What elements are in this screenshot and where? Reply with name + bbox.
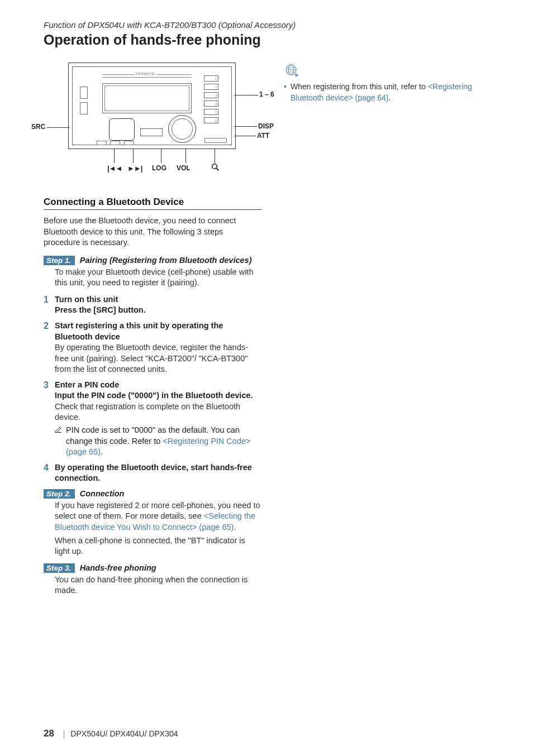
step2-after: When a cell-phone is connected, the "BT"… bbox=[55, 535, 261, 557]
callout-line bbox=[114, 149, 115, 163]
mini-button bbox=[110, 141, 120, 145]
callout-disp: DISP bbox=[258, 122, 274, 130]
preset-button: 1 bbox=[204, 75, 218, 82]
tiny-button bbox=[80, 102, 88, 114]
middle-button bbox=[140, 128, 163, 136]
supertitle: Function of DPX504U with KCA-BT200/BT300… bbox=[44, 20, 489, 30]
list-item-1: 1 Turn on this unit Press the [SRC] butt… bbox=[44, 294, 261, 316]
device-illustration: KENWOOD 1 2 3 4 5 6 bbox=[47, 63, 265, 180]
list-number: 2 bbox=[44, 320, 55, 375]
list-number: 4 bbox=[44, 462, 55, 484]
page-number: 28 bbox=[44, 728, 54, 739]
preset-buttons-column: 1 2 3 4 5 6 bbox=[204, 75, 221, 126]
mini-button bbox=[97, 141, 107, 145]
bullet-dot: • bbox=[284, 82, 291, 103]
preset-button: 2 bbox=[204, 84, 218, 90]
bottom-button-row bbox=[97, 137, 141, 143]
step2-post: . bbox=[234, 523, 236, 532]
callout-search-icon bbox=[211, 163, 220, 173]
callout-one-six: 1 – 6 bbox=[259, 90, 274, 98]
note: PIN code is set to "0000" as the default… bbox=[55, 425, 261, 458]
item-heading: Start registering a this unit by operati… bbox=[55, 320, 261, 342]
bullet-post: . bbox=[389, 93, 391, 102]
item-sub: Check that registration is complete on t… bbox=[55, 401, 261, 423]
callout-src: SRC bbox=[31, 123, 45, 131]
preset-button: 4 bbox=[204, 101, 218, 107]
list-item-2: 2 Start registering a this unit by opera… bbox=[44, 320, 261, 375]
page-footer: 28 | DPX504U/ DPX404U/ DPX304 bbox=[44, 728, 178, 739]
item-heading-b: Input the PIN code ("0000") in the Bluet… bbox=[55, 390, 261, 401]
callout-line bbox=[235, 126, 257, 127]
step-title: Connection bbox=[80, 489, 125, 498]
item-heading: Enter a PIN code bbox=[55, 380, 261, 391]
brand-text: KENWOOD bbox=[135, 72, 156, 75]
footer-divider: | bbox=[63, 729, 65, 738]
callout-next-icon: ►►| bbox=[127, 164, 142, 173]
footer-models: DPX504U/ DPX404U/ DPX304 bbox=[70, 729, 178, 738]
callout-line bbox=[133, 149, 134, 163]
svg-point-0 bbox=[212, 164, 217, 169]
item-heading: Turn on this unit bbox=[55, 294, 261, 305]
step-label: Step 1. bbox=[44, 256, 75, 265]
item-sub: By operating the Bluetooth device, regis… bbox=[55, 342, 261, 375]
page-title: Operation of hands-free phoning bbox=[44, 32, 489, 48]
callout-vol: VOL bbox=[177, 164, 191, 172]
list-number: 3 bbox=[44, 380, 55, 458]
preset-button: 5 bbox=[204, 109, 218, 115]
info-bullet: • When registering from this unit, refer… bbox=[284, 82, 485, 103]
callout-line bbox=[185, 149, 186, 163]
step3-desc: You can do hand-free phoning when the co… bbox=[55, 575, 261, 596]
step-1-header: Step 1. Pairing (Registering from Blueto… bbox=[44, 255, 261, 265]
left-side-buttons bbox=[80, 87, 88, 118]
callout-line bbox=[235, 95, 258, 95]
bullet-pre: When registering from this unit, refer t… bbox=[291, 82, 428, 91]
step-3-header: Step 3. Hands-free phoning bbox=[44, 563, 261, 573]
callout-log: LOG bbox=[152, 164, 166, 172]
preset-button: 6 bbox=[204, 117, 218, 123]
step1-desc: To make your Bluetooth device (cell-phon… bbox=[55, 267, 261, 289]
list-item-3: 3 Enter a PIN code Input the PIN code ("… bbox=[44, 380, 261, 458]
list-item-4: 4 By operating the Bluetooth device, sta… bbox=[44, 462, 261, 484]
device-screen bbox=[102, 83, 192, 113]
magnifier-icon bbox=[211, 163, 220, 171]
callout-prev-icon: |◄◄ bbox=[107, 164, 122, 173]
note-text-post: . bbox=[101, 447, 103, 456]
callout-att: ATT bbox=[257, 132, 269, 140]
pencil-icon bbox=[55, 425, 64, 458]
list-number: 1 bbox=[44, 294, 55, 316]
section-heading: Connecting a Bluetooth Device bbox=[44, 197, 261, 210]
callout-line bbox=[47, 127, 69, 128]
step-title: Pairing (Registering from Bluetooth devi… bbox=[80, 256, 252, 265]
info-globe-icon bbox=[284, 63, 301, 80]
step-2-header: Step 2. Connection bbox=[44, 489, 261, 499]
step-title: Hands-free phoning bbox=[80, 563, 156, 572]
device-body: KENWOOD 1 2 3 4 5 6 bbox=[68, 63, 236, 149]
callout-line bbox=[161, 149, 161, 163]
callout-line bbox=[235, 136, 256, 136]
callout-line bbox=[215, 149, 215, 163]
tiny-button bbox=[80, 87, 88, 99]
volume-knob bbox=[168, 115, 196, 143]
mini-button bbox=[124, 141, 134, 145]
svg-line-1 bbox=[216, 168, 218, 170]
preset-button: 3 bbox=[204, 92, 218, 98]
intro-paragraph: Before use the Bluetooth device, you nee… bbox=[44, 216, 261, 248]
item-heading-b: Press the [SRC] button. bbox=[55, 305, 261, 316]
item-heading: By operating the Bluetooth device, start… bbox=[55, 462, 261, 484]
step-label: Step 2. bbox=[44, 489, 75, 499]
bottom-right-button bbox=[204, 138, 227, 143]
step2-body: If you have registered 2 or more cell-ph… bbox=[55, 500, 261, 533]
step-label: Step 3. bbox=[44, 563, 75, 573]
